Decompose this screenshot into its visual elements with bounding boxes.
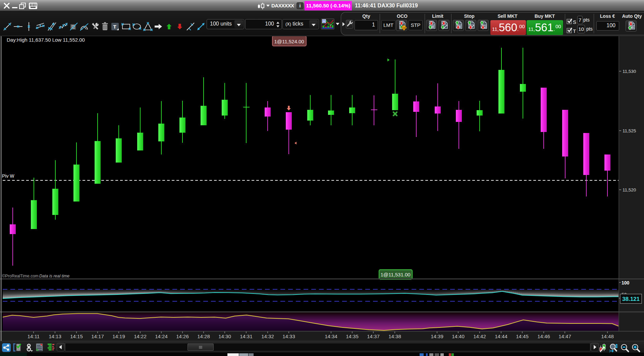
svg-text:14:48: 14:48 (601, 333, 614, 339)
svg-text:14:42: 14:42 (473, 333, 486, 339)
svg-text:14:44: 14:44 (495, 333, 507, 339)
svg-text:11,525: 11,525 (623, 128, 636, 133)
svg-text:14:39: 14:39 (431, 333, 443, 339)
svg-text:100: 100 (622, 280, 630, 285)
svg-text:11,520: 11,520 (623, 187, 636, 192)
svg-text:14:13: 14:13 (49, 333, 61, 339)
svg-text:14:11: 14:11 (28, 333, 40, 339)
svg-text:Data is real time: Data is real time (39, 274, 69, 278)
svg-text:14:46: 14:46 (537, 333, 550, 339)
svg-text:14:33: 14:33 (282, 333, 295, 339)
svg-text:14:31: 14:31 (240, 333, 253, 339)
svg-text:T: T (573, 28, 576, 34)
svg-text:14:28: 14:28 (197, 333, 210, 339)
svg-text:14:24: 14:24 (155, 333, 168, 339)
svg-text:38.121: 38.121 (622, 296, 640, 302)
svg-text:14:26: 14:26 (176, 333, 189, 339)
svg-text:14:30: 14:30 (218, 333, 231, 339)
svg-text:S: S (573, 19, 576, 25)
svg-text:Day:High 11,637.50 Low 11,552.: Day:High 11,637.50 Low 11,552.00 (7, 37, 85, 43)
svg-text:14:47: 14:47 (558, 333, 571, 339)
svg-text:14:17: 14:17 (91, 333, 104, 339)
svg-text:1@11,524.00: 1@11,524.00 (274, 39, 304, 44)
svg-text:Piv W: Piv W (2, 173, 14, 179)
svg-text:14:19: 14:19 (112, 333, 125, 339)
svg-text:14:35: 14:35 (346, 333, 359, 339)
svg-text:14:34: 14:34 (325, 333, 337, 339)
svg-text:©ProRealTime.com: ©ProRealTime.com (2, 274, 39, 278)
svg-text:14:38: 14:38 (388, 333, 401, 339)
svg-text:1@11,531.00: 1@11,531.00 (380, 272, 410, 277)
svg-text:14:45: 14:45 (516, 333, 529, 339)
svg-text:14:22: 14:22 (134, 333, 147, 339)
svg-text:14:32: 14:32 (261, 333, 274, 339)
svg-text:11,530: 11,530 (623, 69, 636, 74)
svg-text:14:15: 14:15 (70, 333, 83, 339)
svg-text:14:40: 14:40 (452, 333, 465, 339)
svg-text:14:37: 14:37 (367, 333, 380, 339)
svg-text:T: T (113, 24, 116, 30)
svg-text:OR: OR (402, 27, 406, 29)
